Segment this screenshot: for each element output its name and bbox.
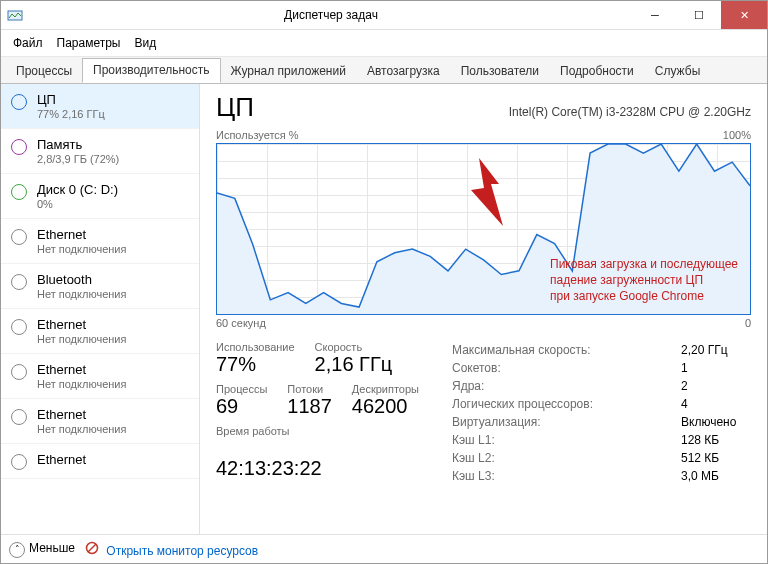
minimize-button[interactable]: ─ (633, 1, 677, 29)
status-ring-icon (11, 274, 27, 290)
status-ring-icon (11, 184, 27, 200)
sidebar-item-name: Диск 0 (C: D:) (37, 182, 118, 197)
maximize-button[interactable]: ☐ (677, 1, 721, 29)
status-ring-icon (11, 364, 27, 380)
sidebar-item-name: Bluetooth (37, 272, 126, 287)
tab-performance[interactable]: Производительность (82, 58, 220, 83)
sidebar-item-sub: 2,8/3,9 ГБ (72%) (37, 153, 119, 165)
sidebar-item-8[interactable]: Ethernet (1, 444, 199, 479)
threads-value: 1187 (287, 395, 332, 418)
sockets-label: Сокетов: (452, 361, 681, 375)
handles-label: Дескрипторы (352, 383, 419, 395)
open-resource-monitor-link[interactable]: Открыть монитор ресурсов (85, 541, 258, 558)
sidebar-item-4[interactable]: BluetoothНет подключения (1, 264, 199, 309)
uptime-value: 42:13:23:22 (216, 457, 432, 480)
l2-label: Кэш L2: (452, 451, 681, 465)
sidebar-item-5[interactable]: EthernetНет подключения (1, 309, 199, 354)
sidebar-item-sub: Нет подключения (37, 423, 126, 435)
menu-view[interactable]: Вид (128, 34, 162, 52)
status-ring-icon (11, 94, 27, 110)
sidebar-item-sub: Нет подключения (37, 333, 126, 345)
proc-label: Процессы (216, 383, 267, 395)
proc-value: 69 (216, 395, 267, 418)
footer: ˄Меньше Открыть монитор ресурсов (1, 534, 767, 563)
l2-value: 512 КБ (681, 451, 751, 465)
detail-title: ЦП (216, 92, 254, 123)
tab-services[interactable]: Службы (644, 59, 711, 83)
l3-value: 3,0 МБ (681, 469, 751, 483)
tab-app-history[interactable]: Журнал приложений (220, 59, 357, 83)
annotation-arrow-icon (471, 158, 505, 228)
sidebar-item-name: Ethernet (37, 227, 126, 242)
sidebar-item-name: Ethernet (37, 407, 126, 422)
l1-label: Кэш L1: (452, 433, 681, 447)
tab-processes[interactable]: Процессы (5, 59, 83, 83)
uptime-label: Время работы (216, 425, 432, 437)
sockets-value: 1 (681, 361, 751, 375)
svg-line-3 (88, 544, 96, 552)
stats-area: Использование 77% Скорость 2,16 ГГц Проц… (216, 341, 751, 530)
sidebar-item-name: Память (37, 137, 119, 152)
cpu-model: Intel(R) Core(TM) i3-2328M CPU @ 2.20GHz (270, 105, 751, 119)
window-controls: ─ ☐ ✕ (633, 1, 767, 29)
chart-top-labels: Используется % 100% (216, 129, 751, 141)
resource-monitor-icon (85, 541, 99, 555)
sidebar-list[interactable]: ЦП77% 2,16 ГГцПамять2,8/3,9 ГБ (72%)Диск… (1, 84, 199, 534)
window-title: Диспетчер задач (29, 8, 633, 22)
tab-users[interactable]: Пользователи (450, 59, 550, 83)
cores-value: 2 (681, 379, 751, 393)
sidebar-item-name: ЦП (37, 92, 105, 107)
max-speed-label: Максимальная скорость: (452, 343, 681, 357)
status-ring-icon (11, 409, 27, 425)
sidebar-item-sub: 0% (37, 198, 118, 210)
sidebar-item-sub: 77% 2,16 ГГц (37, 108, 105, 120)
chart-bottom-left-label: 60 секунд (216, 317, 266, 329)
util-value: 77% (216, 353, 295, 376)
speed-label: Скорость (315, 341, 393, 353)
sidebar-item-1[interactable]: Память2,8/3,9 ГБ (72%) (1, 129, 199, 174)
max-speed-value: 2,20 ГГц (681, 343, 751, 357)
l3-label: Кэш L3: (452, 469, 681, 483)
menu-options[interactable]: Параметры (51, 34, 127, 52)
sidebar-item-0[interactable]: ЦП77% 2,16 ГГц (1, 84, 199, 129)
status-ring-icon (11, 319, 27, 335)
handles-value: 46200 (352, 395, 419, 418)
close-button[interactable]: ✕ (721, 1, 767, 29)
chevron-up-icon: ˄ (9, 542, 25, 558)
fewer-details-button[interactable]: ˄Меньше (9, 541, 75, 558)
sidebar-item-name: Ethernet (37, 362, 126, 377)
stats-right: Максимальная скорость:2,20 ГГц Сокетов:1… (452, 341, 751, 530)
util-label: Использование (216, 341, 295, 353)
sidebar-item-2[interactable]: Диск 0 (C: D:)0% (1, 174, 199, 219)
chart-top-left-label: Используется % (216, 129, 299, 141)
sidebar-item-3[interactable]: EthernetНет подключения (1, 219, 199, 264)
speed-value: 2,16 ГГц (315, 353, 393, 376)
app-icon (7, 7, 23, 23)
stats-left: Использование 77% Скорость 2,16 ГГц Проц… (216, 341, 432, 530)
tab-startup[interactable]: Автозагрузка (356, 59, 451, 83)
sidebar: ЦП77% 2,16 ГГцПамять2,8/3,9 ГБ (72%)Диск… (1, 84, 200, 534)
sidebar-item-sub: Нет подключения (37, 378, 126, 390)
tabbar: Процессы Производительность Журнал прило… (1, 57, 767, 84)
virt-value: Включено (681, 415, 751, 429)
menu-file[interactable]: Файл (7, 34, 49, 52)
chart-top-right-label: 100% (723, 129, 751, 141)
threads-label: Потоки (287, 383, 332, 395)
sidebar-item-6[interactable]: EthernetНет подключения (1, 354, 199, 399)
detail-header: ЦП Intel(R) Core(TM) i3-2328M CPU @ 2.20… (216, 92, 751, 123)
annotation-text: Пиковая загрузка и последующеепадение за… (550, 256, 738, 305)
sidebar-item-7[interactable]: EthernetНет подключения (1, 399, 199, 444)
cpu-usage-chart: Пиковая загрузка и последующеепадение за… (216, 143, 751, 315)
chart-bottom-labels: 60 секунд 0 (216, 317, 751, 329)
cores-label: Ядра: (452, 379, 681, 393)
titlebar[interactable]: Диспетчер задач ─ ☐ ✕ (1, 1, 767, 30)
sidebar-item-sub: Нет подключения (37, 243, 126, 255)
status-ring-icon (11, 454, 27, 470)
lprocs-value: 4 (681, 397, 751, 411)
chart-bottom-right-label: 0 (745, 317, 751, 329)
svg-marker-1 (471, 158, 503, 226)
tab-details[interactable]: Подробности (549, 59, 645, 83)
virt-label: Виртуализация: (452, 415, 681, 429)
status-ring-icon (11, 229, 27, 245)
task-manager-window: Диспетчер задач ─ ☐ ✕ Файл Параметры Вид… (0, 0, 768, 564)
